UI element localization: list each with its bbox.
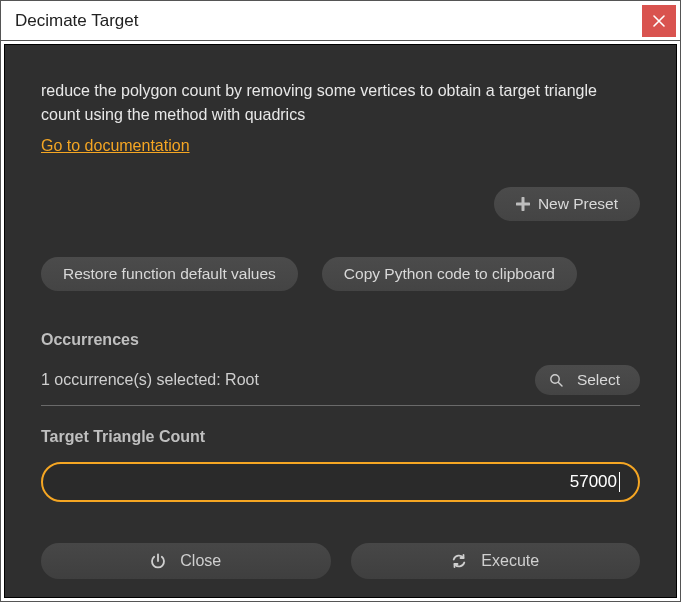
action-row: Restore function default values Copy Pyt… xyxy=(41,257,640,291)
text-caret xyxy=(619,472,620,492)
close-label: Close xyxy=(180,552,221,570)
power-icon xyxy=(150,553,166,569)
plus-icon xyxy=(516,197,530,211)
select-occurrences-button[interactable]: Select xyxy=(535,365,640,395)
occurrences-row: 1 occurrence(s) selected: Root Select xyxy=(41,365,640,406)
window-title: Decimate Target xyxy=(15,11,138,31)
dialog-body: reduce the polygon count by removing som… xyxy=(4,44,677,598)
target-count-input[interactable] xyxy=(61,472,617,492)
new-preset-label: New Preset xyxy=(538,195,618,213)
execute-label: Execute xyxy=(481,552,539,570)
description-text: reduce the polygon count by removing som… xyxy=(41,79,640,127)
target-count-field-wrap[interactable] xyxy=(41,462,640,502)
search-icon xyxy=(549,373,563,387)
dialog-window: Decimate Target reduce the polygon count… xyxy=(0,0,681,602)
execute-button[interactable]: Execute xyxy=(351,543,641,579)
restore-defaults-button[interactable]: Restore function default values xyxy=(41,257,298,291)
preset-row: New Preset xyxy=(41,187,640,221)
refresh-icon xyxy=(451,553,467,569)
new-preset-button[interactable]: New Preset xyxy=(494,187,640,221)
copy-python-label: Copy Python code to clipboard xyxy=(344,265,555,283)
target-count-heading: Target Triangle Count xyxy=(41,428,640,446)
footer-row: Close Execute xyxy=(41,543,640,579)
close-icon xyxy=(653,15,665,27)
occurrences-status: 1 occurrence(s) selected: Root xyxy=(41,371,259,389)
close-button[interactable]: Close xyxy=(41,543,331,579)
titlebar: Decimate Target xyxy=(1,1,680,41)
select-label: Select xyxy=(577,371,620,389)
documentation-link[interactable]: Go to documentation xyxy=(41,137,640,155)
restore-defaults-label: Restore function default values xyxy=(63,265,276,283)
copy-python-button[interactable]: Copy Python code to clipboard xyxy=(322,257,577,291)
close-window-button[interactable] xyxy=(642,5,676,37)
occurrences-heading: Occurrences xyxy=(41,331,640,349)
